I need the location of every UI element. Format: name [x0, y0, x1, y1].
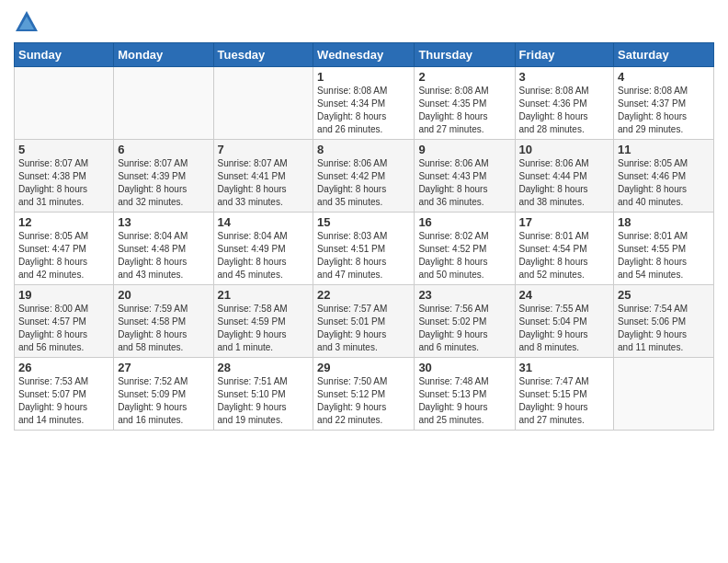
calendar-cell: 21Sunrise: 7:58 AM Sunset: 4:59 PM Dayli…: [213, 285, 313, 358]
day-info: Sunrise: 8:07 AM Sunset: 4:41 PM Dayligh…: [218, 157, 310, 209]
day-info: Sunrise: 7:55 AM Sunset: 5:04 PM Dayligh…: [519, 303, 610, 354]
day-info: Sunrise: 8:01 AM Sunset: 4:54 PM Dayligh…: [519, 230, 610, 282]
day-info: Sunrise: 7:47 AM Sunset: 5:15 PM Dayligh…: [519, 375, 610, 427]
calendar-body: 1Sunrise: 8:08 AM Sunset: 4:34 PM Daylig…: [15, 67, 714, 431]
day-info: Sunrise: 8:00 AM Sunset: 4:57 PM Dayligh…: [18, 303, 109, 354]
calendar-cell: 9Sunrise: 8:06 AM Sunset: 4:43 PM Daylig…: [415, 140, 515, 213]
calendar-week-row: 19Sunrise: 8:00 AM Sunset: 4:57 PM Dayli…: [15, 285, 714, 358]
calendar-cell: 10Sunrise: 8:06 AM Sunset: 4:44 PM Dayli…: [515, 140, 614, 213]
day-info: Sunrise: 8:01 AM Sunset: 4:55 PM Dayligh…: [618, 230, 710, 282]
calendar-cell: 20Sunrise: 7:59 AM Sunset: 4:58 PM Dayli…: [114, 285, 213, 358]
day-number: 30: [418, 361, 510, 374]
calendar-cell: 17Sunrise: 8:01 AM Sunset: 4:54 PM Dayli…: [515, 213, 614, 285]
weekday-header: Wednesday: [313, 43, 415, 67]
calendar-cell: 18Sunrise: 8:01 AM Sunset: 4:55 PM Dayli…: [614, 213, 714, 285]
day-info: Sunrise: 8:06 AM Sunset: 4:43 PM Dayligh…: [418, 157, 510, 209]
day-number: 15: [317, 215, 410, 229]
calendar-cell: [15, 67, 114, 140]
day-info: Sunrise: 7:57 AM Sunset: 5:01 PM Dayligh…: [317, 303, 410, 354]
calendar-week-row: 12Sunrise: 8:05 AM Sunset: 4:47 PM Dayli…: [15, 213, 714, 285]
day-number: 22: [317, 288, 410, 302]
day-info: Sunrise: 8:03 AM Sunset: 4:51 PM Dayligh…: [317, 230, 410, 282]
day-number: 19: [18, 288, 109, 302]
day-number: 10: [519, 143, 610, 156]
calendar-cell: 13Sunrise: 8:04 AM Sunset: 4:48 PM Dayli…: [114, 213, 213, 285]
day-number: 28: [218, 361, 310, 374]
calendar-cell: 27Sunrise: 7:52 AM Sunset: 5:09 PM Dayli…: [114, 358, 213, 431]
calendar-cell: 1Sunrise: 8:08 AM Sunset: 4:34 PM Daylig…: [313, 67, 415, 140]
day-number: 16: [418, 215, 510, 229]
calendar-cell: 8Sunrise: 8:06 AM Sunset: 4:42 PM Daylig…: [313, 140, 415, 213]
day-number: 14: [218, 215, 310, 229]
calendar: SundayMondayTuesdayWednesdayThursdayFrid…: [14, 42, 714, 431]
day-number: 4: [618, 70, 710, 84]
day-info: Sunrise: 7:58 AM Sunset: 4:59 PM Dayligh…: [218, 303, 310, 354]
calendar-cell: 4Sunrise: 8:08 AM Sunset: 4:37 PM Daylig…: [614, 67, 714, 140]
day-number: 5: [18, 143, 109, 156]
calendar-cell: 28Sunrise: 7:51 AM Sunset: 5:10 PM Dayli…: [213, 358, 313, 431]
calendar-cell: 23Sunrise: 7:56 AM Sunset: 5:02 PM Dayli…: [415, 285, 515, 358]
day-info: Sunrise: 8:08 AM Sunset: 4:37 PM Dayligh…: [618, 85, 710, 136]
day-info: Sunrise: 8:05 AM Sunset: 4:46 PM Dayligh…: [618, 157, 710, 209]
day-number: 18: [618, 215, 710, 229]
header: [14, 9, 714, 35]
weekday-header: Friday: [515, 43, 614, 67]
weekday-header: Tuesday: [213, 43, 313, 67]
calendar-cell: 31Sunrise: 7:47 AM Sunset: 5:15 PM Dayli…: [515, 358, 614, 431]
calendar-cell: [114, 67, 213, 140]
logo-icon: [14, 9, 40, 35]
calendar-cell: 5Sunrise: 8:07 AM Sunset: 4:38 PM Daylig…: [15, 140, 114, 213]
calendar-cell: 26Sunrise: 7:53 AM Sunset: 5:07 PM Dayli…: [15, 358, 114, 431]
day-info: Sunrise: 7:53 AM Sunset: 5:07 PM Dayligh…: [18, 375, 109, 427]
day-number: 8: [317, 143, 410, 156]
calendar-cell: [614, 358, 714, 431]
calendar-week-row: 26Sunrise: 7:53 AM Sunset: 5:07 PM Dayli…: [15, 358, 714, 431]
day-info: Sunrise: 7:50 AM Sunset: 5:12 PM Dayligh…: [317, 375, 410, 427]
day-info: Sunrise: 7:51 AM Sunset: 5:10 PM Dayligh…: [218, 375, 310, 427]
calendar-cell: 30Sunrise: 7:48 AM Sunset: 5:13 PM Dayli…: [415, 358, 515, 431]
calendar-cell: 22Sunrise: 7:57 AM Sunset: 5:01 PM Dayli…: [313, 285, 415, 358]
day-number: 24: [519, 288, 610, 302]
calendar-cell: 29Sunrise: 7:50 AM Sunset: 5:12 PM Dayli…: [313, 358, 415, 431]
day-number: 1: [317, 70, 410, 84]
calendar-cell: 25Sunrise: 7:54 AM Sunset: 5:06 PM Dayli…: [614, 285, 714, 358]
page: SundayMondayTuesdayWednesdayThursdayFrid…: [0, 0, 728, 563]
day-number: 21: [218, 288, 310, 302]
weekday-row: SundayMondayTuesdayWednesdayThursdayFrid…: [15, 43, 714, 67]
calendar-cell: 19Sunrise: 8:00 AM Sunset: 4:57 PM Dayli…: [15, 285, 114, 358]
day-info: Sunrise: 7:52 AM Sunset: 5:09 PM Dayligh…: [118, 375, 209, 427]
day-number: 11: [618, 143, 710, 156]
calendar-cell: 15Sunrise: 8:03 AM Sunset: 4:51 PM Dayli…: [313, 213, 415, 285]
day-info: Sunrise: 8:08 AM Sunset: 4:35 PM Dayligh…: [418, 85, 510, 136]
weekday-header: Monday: [114, 43, 213, 67]
day-number: 12: [18, 215, 109, 229]
day-number: 7: [218, 143, 310, 156]
calendar-cell: 11Sunrise: 8:05 AM Sunset: 4:46 PM Dayli…: [614, 140, 714, 213]
day-number: 31: [519, 361, 610, 374]
calendar-cell: 2Sunrise: 8:08 AM Sunset: 4:35 PM Daylig…: [415, 67, 515, 140]
day-number: 23: [418, 288, 510, 302]
calendar-cell: 3Sunrise: 8:08 AM Sunset: 4:36 PM Daylig…: [515, 67, 614, 140]
logo: [14, 9, 43, 35]
day-number: 3: [519, 70, 610, 84]
day-info: Sunrise: 7:56 AM Sunset: 5:02 PM Dayligh…: [418, 303, 510, 354]
calendar-cell: 6Sunrise: 8:07 AM Sunset: 4:39 PM Daylig…: [114, 140, 213, 213]
calendar-cell: 12Sunrise: 8:05 AM Sunset: 4:47 PM Dayli…: [15, 213, 114, 285]
calendar-cell: [213, 67, 313, 140]
calendar-week-row: 5Sunrise: 8:07 AM Sunset: 4:38 PM Daylig…: [15, 140, 714, 213]
day-info: Sunrise: 8:08 AM Sunset: 4:36 PM Dayligh…: [519, 85, 610, 136]
day-number: 20: [118, 288, 209, 302]
day-number: 26: [18, 361, 109, 374]
calendar-cell: 24Sunrise: 7:55 AM Sunset: 5:04 PM Dayli…: [515, 285, 614, 358]
day-number: 13: [118, 215, 209, 229]
day-info: Sunrise: 8:04 AM Sunset: 4:48 PM Dayligh…: [118, 230, 209, 282]
day-number: 17: [519, 215, 610, 229]
day-info: Sunrise: 7:54 AM Sunset: 5:06 PM Dayligh…: [618, 303, 710, 354]
day-info: Sunrise: 8:07 AM Sunset: 4:39 PM Dayligh…: [118, 157, 209, 209]
day-number: 9: [418, 143, 510, 156]
calendar-cell: 7Sunrise: 8:07 AM Sunset: 4:41 PM Daylig…: [213, 140, 313, 213]
day-number: 6: [118, 143, 209, 156]
day-info: Sunrise: 7:48 AM Sunset: 5:13 PM Dayligh…: [418, 375, 510, 427]
day-number: 29: [317, 361, 410, 374]
day-number: 27: [118, 361, 209, 374]
